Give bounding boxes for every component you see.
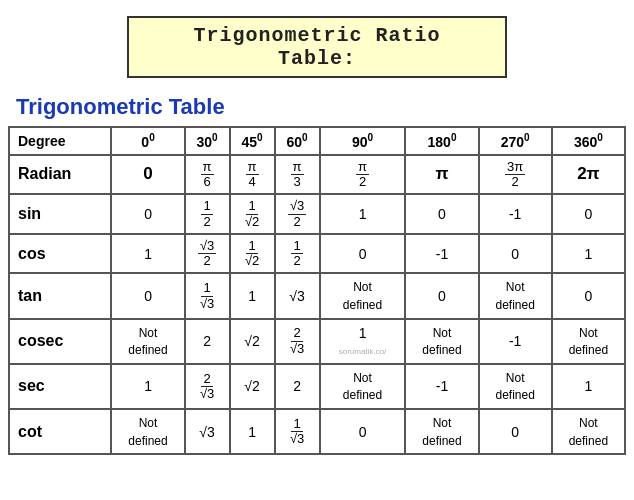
- cot-row: cot Notdefined √3 1 1 √3 0 Notdefined 0 …: [9, 409, 625, 454]
- cosec-360: Notdefined: [552, 319, 625, 364]
- row-tan-label: tan: [9, 273, 111, 318]
- tan-45: 1: [230, 273, 275, 318]
- tan-90: Notdefined: [320, 273, 406, 318]
- col-45: 450: [230, 127, 275, 155]
- sin-180: 0: [405, 194, 478, 234]
- col-270: 2700: [479, 127, 552, 155]
- cos-270: 0: [479, 234, 552, 274]
- sec-0: 1: [111, 364, 184, 409]
- sec-60: 2: [275, 364, 320, 409]
- cosec-row: cosec Notdefined 2 √2 2 √3 1sorumatik.co…: [9, 319, 625, 364]
- row-cot-label: cot: [9, 409, 111, 454]
- banner-title: Trigonometric Ratio Table:: [193, 24, 440, 70]
- radian-30: π 6: [185, 155, 230, 195]
- sec-360: 1: [552, 364, 625, 409]
- sin-90: 1: [320, 194, 406, 234]
- sec-row: sec 1 2 √3 √2 2 Notdefined -1 Notdefined…: [9, 364, 625, 409]
- tan-270: Notdefined: [479, 273, 552, 318]
- sin-row: sin 0 1 2 1 √2 √3 2: [9, 194, 625, 234]
- radian-90: π 2: [320, 155, 406, 195]
- col-90: 900: [320, 127, 406, 155]
- cosec-60: 2 √3: [275, 319, 320, 364]
- cos-30: √3 2: [185, 234, 230, 274]
- tan-30: 1 √3: [185, 273, 230, 318]
- cot-360: Notdefined: [552, 409, 625, 454]
- row-cos-label: cos: [9, 234, 111, 274]
- page-subtitle: Trigonometric Table: [0, 86, 634, 126]
- cos-0: 1: [111, 234, 184, 274]
- tan-0: 0: [111, 273, 184, 318]
- cos-45: 1 √2: [230, 234, 275, 274]
- sec-270: Notdefined: [479, 364, 552, 409]
- sin-30: 1 2: [185, 194, 230, 234]
- radian-360: 2π: [552, 155, 625, 195]
- title-banner: Trigonometric Ratio Table:: [127, 16, 507, 78]
- row-sec-label: sec: [9, 364, 111, 409]
- sin-270: -1: [479, 194, 552, 234]
- cot-0: Notdefined: [111, 409, 184, 454]
- cosec-90: 1sorumatik.co/: [320, 319, 406, 364]
- row-radian-label: Radian: [9, 155, 111, 195]
- cot-60: 1 √3: [275, 409, 320, 454]
- col-degree: Degree: [9, 127, 111, 155]
- cosec-30: 2: [185, 319, 230, 364]
- sin-60: √3 2: [275, 194, 320, 234]
- cosec-270: -1: [479, 319, 552, 364]
- col-0: 00: [111, 127, 184, 155]
- cosec-45: √2: [230, 319, 275, 364]
- cos-60: 1 2: [275, 234, 320, 274]
- radian-180: π: [405, 155, 478, 195]
- tan-360: 0: [552, 273, 625, 318]
- sin-360: 0: [552, 194, 625, 234]
- cot-90: 0: [320, 409, 406, 454]
- page-container: Trigonometric Ratio Table: Trigonometric…: [0, 0, 634, 500]
- cot-270: 0: [479, 409, 552, 454]
- tan-60: √3: [275, 273, 320, 318]
- col-60: 600: [275, 127, 320, 155]
- header-row: Degree 00 300 450 600 900 1800 2700 3600: [9, 127, 625, 155]
- cos-180: -1: [405, 234, 478, 274]
- col-30: 300: [185, 127, 230, 155]
- cot-30: √3: [185, 409, 230, 454]
- sec-30: 2 √3: [185, 364, 230, 409]
- cot-45: 1: [230, 409, 275, 454]
- col-180: 1800: [405, 127, 478, 155]
- col-360: 3600: [552, 127, 625, 155]
- radian-60: π 3: [275, 155, 320, 195]
- sin-45: 1 √2: [230, 194, 275, 234]
- cosec-0: Notdefined: [111, 319, 184, 364]
- row-cosec-label: cosec: [9, 319, 111, 364]
- trig-table: Degree 00 300 450 600 900 1800 2700 3600…: [8, 126, 626, 455]
- sin-0: 0: [111, 194, 184, 234]
- cos-90: 0: [320, 234, 406, 274]
- cos-row: cos 1 √3 2 1 √2 1 2: [9, 234, 625, 274]
- cosec-180: Notdefined: [405, 319, 478, 364]
- radian-270: 3π 2: [479, 155, 552, 195]
- cot-180: Notdefined: [405, 409, 478, 454]
- radian-45: π 4: [230, 155, 275, 195]
- sec-180: -1: [405, 364, 478, 409]
- tan-row: tan 0 1 √3 1 √3 Notdefined 0 Notdefined …: [9, 273, 625, 318]
- cos-360: 1: [552, 234, 625, 274]
- row-sin-label: sin: [9, 194, 111, 234]
- sec-90: Notdefined: [320, 364, 406, 409]
- table-container: Degree 00 300 450 600 900 1800 2700 3600…: [0, 126, 634, 455]
- radian-row: Radian 0 π 6 π 4 π 3: [9, 155, 625, 195]
- sec-45: √2: [230, 364, 275, 409]
- radian-0: 0: [111, 155, 184, 195]
- tan-180: 0: [405, 273, 478, 318]
